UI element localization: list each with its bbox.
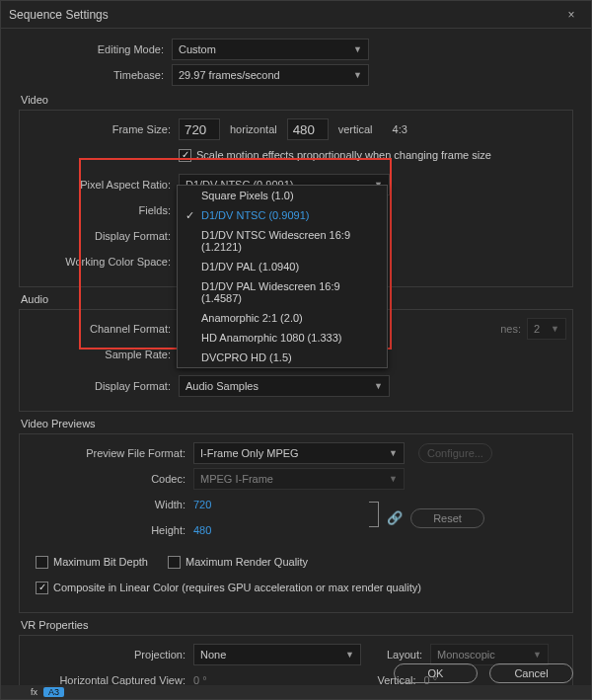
sequence-settings-dialog: Sequence Settings × Editing Mode: Custom… [0,0,592,700]
par-option[interactable]: D1/DV NTSC (0.9091) [178,205,387,225]
aspect-ratio-text: 4:3 [383,123,417,135]
label-preview-format: Preview File Format: [26,447,193,459]
checkbox-icon [179,149,191,162]
frame-height-input[interactable] [287,118,329,140]
projection-select[interactable]: None▼ [193,644,361,665]
channels-select: 2▼ [527,318,566,340]
dialog-title: Sequence Settings [9,8,109,22]
link-bracket-icon [369,502,379,527]
label-layout: Layout: [361,649,430,661]
scale-motion-checkbox[interactable]: Scale motion effects proportionally when… [179,149,491,162]
label-display-format-a: Display Format: [26,380,179,392]
previews-fieldset: Preview File Format: I-Frame Only MPEG▼ … [19,433,573,613]
label-editing-mode: Editing Mode: [19,43,172,55]
previews-section-title: Video Previews [21,418,573,429]
label-channel-format: Channel Format: [26,323,179,335]
close-icon[interactable]: × [559,8,583,22]
par-option[interactable]: Anamorphic 2:1 (2.0) [178,308,387,328]
max-render-quality-checkbox[interactable]: Maximum Render Quality [168,556,308,569]
par-dropdown-menu[interactable]: Square Pixels (1.0) D1/DV NTSC (0.9091) … [177,185,388,368]
par-option[interactable]: D1/DV PAL (1.0940) [178,257,387,276]
label-channels: nes: [500,323,521,335]
label-frame-size: Frame Size: [26,123,179,135]
checkbox-icon [168,556,181,569]
par-option[interactable]: D1/DV PAL Widescreen 16:9 (1.4587) [178,276,387,308]
audio-display-format-select[interactable]: Audio Samples▼ [179,375,390,397]
link-icon[interactable]: 🔗 [387,510,403,525]
par-option[interactable]: D1/DV NTSC Widescreen 16:9 (1.2121) [178,225,387,257]
editing-mode-select[interactable]: Custom▼ [172,39,369,60]
codec-select: MPEG I-Frame▼ [193,468,405,490]
timeline-strip: fx A3 [1,685,591,699]
label-timebase: Timebase: [19,69,172,81]
layout-select: Monoscopic▼ [430,644,549,665]
vr-section-title: VR Properties [21,619,573,631]
max-bit-depth-checkbox[interactable]: Maximum Bit Depth [36,556,148,569]
titlebar: Sequence Settings × [1,1,591,29]
track-tag[interactable]: A3 [43,687,64,697]
par-option[interactable]: DVCPRO HD (1.5) [178,348,387,367]
label-codec: Codec: [26,473,193,485]
preview-format-select[interactable]: I-Frame Only MPEG▼ [193,442,405,464]
video-section-title: Video [21,94,573,106]
cancel-button[interactable]: Cancel [489,663,573,683]
label-display-format-v: Display Format: [26,230,179,242]
par-option[interactable]: HD Anamorphic 1080 (1.333) [178,328,387,348]
timebase-select[interactable]: 29.97 frames/second▼ [172,64,369,86]
chevron-down-icon: ▼ [345,650,354,660]
label-vertical: vertical [329,123,383,135]
ok-button[interactable]: OK [394,663,478,683]
chevron-down-icon: ▼ [374,381,383,391]
checkbox-icon [36,582,48,594]
width-value[interactable]: 720 [193,499,211,510]
label-par: Pixel Aspect Ratio: [26,179,179,191]
label-horizontal: horizontal [220,123,287,135]
label-sample-rate: Sample Rate: [26,349,179,360]
par-option[interactable]: Square Pixels (1.0) [178,186,387,205]
reset-button[interactable]: Reset [410,508,484,528]
label-height: Height: [26,524,193,536]
checkbox-icon [36,556,48,569]
chevron-down-icon: ▼ [353,44,362,54]
configure-button: Configure... [418,443,492,463]
frame-width-input[interactable] [179,118,220,140]
label-width: Width: [26,499,193,510]
composite-linear-checkbox[interactable]: Composite in Linear Color (requires GPU … [36,582,421,594]
label-projection: Projection: [26,649,193,661]
chevron-down-icon: ▼ [389,448,398,458]
label-fields: Fields: [26,204,179,216]
height-value[interactable]: 480 [193,524,211,536]
chevron-down-icon: ▼ [353,70,362,80]
label-working-color: Working Color Space: [26,256,179,268]
